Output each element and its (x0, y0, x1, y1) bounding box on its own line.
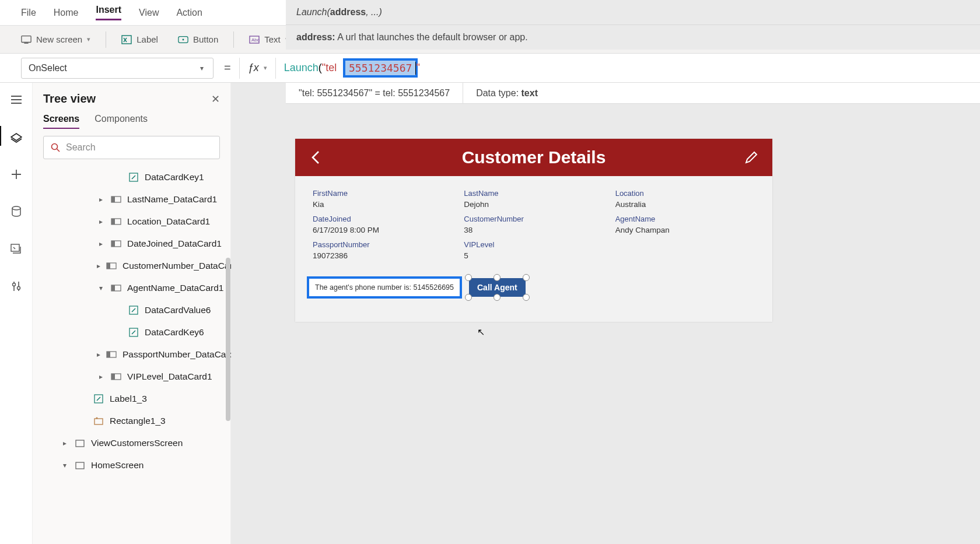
svg-rect-28 (111, 374, 115, 380)
tree-item[interactable]: ▸ViewCustomersScreen (33, 432, 230, 454)
resize-handle[interactable] (523, 274, 530, 281)
card-icon (111, 217, 121, 226)
label-button[interactable]: Label (117, 32, 163, 47)
fx-dropdown[interactable]: ƒx ▾ (240, 62, 275, 74)
tree-item-label: DataCardKey1 (145, 172, 204, 182)
tree-item[interactable]: ▾AgentName_DataCard1 (33, 277, 230, 299)
card-value: 19072386 (313, 251, 452, 260)
toolbar-divider (106, 31, 106, 48)
chevron-down-icon: ▾ (198, 64, 206, 72)
back-icon[interactable] (308, 149, 324, 166)
card-label: LastName (464, 189, 603, 198)
formula-result-right: Data type: text (463, 88, 551, 99)
card-value: 38 (464, 226, 603, 234)
svg-rect-0 (22, 36, 31, 42)
chevron-down-icon: ▾ (264, 64, 267, 72)
new-screen-label: New screen (36, 34, 82, 44)
label-icon (121, 34, 132, 45)
data-icon[interactable] (10, 205, 23, 218)
tree-item[interactable]: ▸PassportNumber_DataCard1 (33, 343, 230, 366)
data-card: DateJoined6/17/2019 8:00 PM (313, 215, 452, 234)
card-value: Dejohn (464, 200, 603, 209)
svg-rect-33 (76, 462, 84, 469)
text-btn-label: Text (264, 34, 281, 44)
edit-icon[interactable] (743, 149, 760, 166)
svg-rect-30 (94, 419, 103, 424)
tree-item[interactable]: DataCardValue6 (33, 299, 230, 321)
result-type-label: Data type: (476, 88, 521, 98)
menu-view[interactable]: View (139, 8, 159, 18)
svg-rect-14 (111, 196, 115, 202)
svg-point-9 (12, 283, 15, 286)
tree-item[interactable]: ▸VIPLevel_DataCard1 (33, 366, 230, 388)
tree-item[interactable]: ▸LastName_DataCard1 (33, 188, 230, 210)
new-screen-button[interactable]: New screen ▾ (16, 32, 95, 47)
add-icon[interactable] (10, 168, 23, 181)
button-button[interactable]: Button (173, 32, 223, 47)
card-value: 6/17/2019 8:00 PM (313, 226, 452, 234)
data-card: AgentNameAndy Champan (615, 215, 755, 234)
tree-item-label: DateJoined_DataCard1 (127, 238, 222, 249)
canvas-area[interactable]: Customer Details FirstNameKiaLastNameDej… (231, 83, 980, 544)
left-iconbar (0, 83, 33, 544)
fx-icon: ƒx (248, 62, 259, 74)
formula-highlight: 5551234567 (343, 58, 418, 78)
menu-home[interactable]: Home (54, 8, 79, 18)
card-label: AgentName (615, 215, 755, 223)
tree-item[interactable]: ▸Location_DataCard1 (33, 210, 230, 233)
formula-input[interactable]: Launch("tel 5551234567" (276, 58, 980, 78)
resize-handle[interactable] (494, 274, 501, 281)
menu-action[interactable]: Action (176, 8, 202, 18)
card-value: Australia (615, 200, 755, 209)
edit-icon (128, 173, 139, 181)
scrollbar-thumb[interactable] (226, 258, 230, 421)
tree-item[interactable]: ▸DateJoined_DataCard1 (33, 233, 230, 255)
cursor-icon: ↖ (477, 327, 485, 338)
svg-rect-22 (111, 285, 115, 291)
call-agent-button[interactable]: Call Agent (469, 278, 526, 297)
chevron-down-icon: ▾ (87, 36, 90, 43)
settings-icon[interactable] (10, 280, 23, 293)
svg-point-7 (12, 206, 20, 210)
tree-item[interactable]: DataCardKey6 (33, 321, 230, 343)
svg-rect-8 (11, 244, 19, 251)
svg-point-11 (52, 144, 58, 150)
resize-handle[interactable] (494, 294, 501, 301)
tree-item[interactable]: DataCardKey1 (33, 166, 230, 188)
hamburger-icon[interactable] (10, 93, 23, 106)
tree-item[interactable]: Rectangle1_3 (33, 410, 230, 432)
button-btn-label: Button (193, 34, 218, 44)
tree-item-label: Rectangle1_3 (110, 416, 166, 426)
tab-screens[interactable]: Screens (43, 114, 79, 129)
formula-bar: OnSelect ▾ = ƒx ▾ Launch("tel 5551234567… (0, 54, 980, 83)
tree-item[interactable]: ▸CustomerNumber_DataCard1 (33, 255, 230, 277)
chevron-icon: ▸ (97, 262, 100, 270)
tree-item[interactable]: Label1_3 (33, 388, 230, 410)
screen-icon (75, 461, 85, 469)
tree-item-label: DataCardValue6 (145, 305, 211, 315)
card-icon (111, 373, 121, 381)
tab-components[interactable]: Components (94, 114, 148, 129)
close-icon[interactable]: ✕ (211, 93, 220, 106)
app-header: Customer Details (295, 139, 772, 176)
agent-phone-label[interactable]: The agent's phone number is: 5145526695 (307, 276, 462, 299)
resize-handle[interactable] (465, 294, 472, 301)
toolbar-divider (233, 31, 234, 48)
data-card: CustomerNumber38 (464, 215, 603, 234)
tree-item[interactable]: ▾HomeScreen (33, 454, 230, 476)
tree-view-icon[interactable] (10, 131, 23, 143)
tree-item-label: Label1_3 (110, 394, 147, 404)
edit-icon (128, 306, 139, 314)
media-icon[interactable] (10, 243, 23, 255)
intellisense-description: address: A url that launches the default… (286, 25, 980, 50)
chevron-icon: ▸ (97, 350, 100, 359)
menu-file[interactable]: File (21, 8, 36, 18)
tree-search-input[interactable]: Search (43, 136, 220, 159)
property-dropdown[interactable]: OnSelect ▾ (21, 58, 214, 79)
resize-handle[interactable] (523, 294, 530, 301)
resize-handle[interactable] (465, 274, 472, 281)
tree-item-label: ViewCustomersScreen (91, 438, 183, 448)
card-label: Location (615, 189, 755, 198)
formula-fn: Launch (284, 62, 318, 74)
menu-insert[interactable]: Insert (96, 5, 121, 20)
